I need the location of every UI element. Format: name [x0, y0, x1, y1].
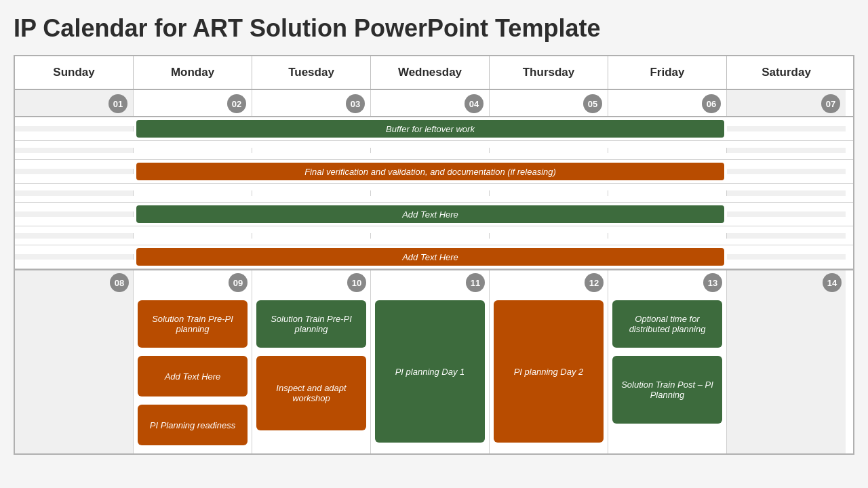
solution-train-post-card: Solution Train Post – PI Planning	[612, 356, 722, 424]
empty-sun-3	[15, 211, 134, 217]
week2-monday: 09 Solution Train Pre-PI planning Add Te…	[134, 270, 252, 453]
spacer-row-2	[15, 184, 853, 203]
empty-sun-2	[15, 169, 134, 174]
optional-time-card: Optional time for distributed planning	[612, 300, 722, 348]
date-10: 10	[347, 273, 366, 292]
date-02: 02	[134, 90, 252, 116]
friday-cards: Optional time for distributed planning S…	[612, 274, 722, 428]
empty-sat-3	[727, 211, 846, 217]
spacer-row-1	[15, 141, 853, 160]
date-07: 07	[727, 90, 846, 116]
header-sunday: Sunday	[15, 56, 134, 89]
calendar-header: Sunday Monday Tuesday Wednesday Thursday…	[15, 56, 853, 90]
header-saturday: Saturday	[727, 56, 846, 89]
wednesday-cards: PI planning Day 1	[375, 274, 485, 447]
date-08: 08	[110, 273, 129, 292]
final-verification-bar: Final verification and validation, and d…	[136, 163, 724, 180]
pi-day1-card: PI planning Day 1	[375, 300, 485, 443]
week2-section: 08 09 Solution Train Pre-PI planning Add…	[15, 269, 853, 453]
header-tuesday: Tuesday	[252, 56, 371, 89]
add-text-1-row: Add Text Here	[15, 203, 853, 226]
add-text-2-row: Add Text Here	[15, 245, 853, 269]
empty-sun-4	[15, 254, 134, 260]
date-12: 12	[585, 273, 604, 292]
add-text-1-bar: Add Text Here	[136, 205, 724, 223]
solution-train-1-card: Solution Train Pre-PI planning	[138, 300, 248, 348]
week2-tuesday: 10 Solution Train Pre-PI planning Inspec…	[252, 270, 371, 453]
buffer-event-span: Buffer for leftover work	[134, 117, 727, 140]
date-01: 01	[15, 90, 134, 116]
page-title: IP Calendar for ART Solution PowerPoint …	[14, 14, 854, 43]
date-14: 14	[823, 273, 842, 292]
header-thursday: Thursday	[490, 56, 608, 89]
date-04: 04	[371, 90, 490, 116]
date-09: 09	[229, 273, 248, 292]
final-verification-row: Final verification and validation, and d…	[15, 160, 853, 184]
calendar: Sunday Monday Tuesday Wednesday Thursday…	[14, 55, 854, 455]
header-monday: Monday	[134, 56, 252, 89]
pi-planning-readiness-card: PI Planning readiness	[138, 405, 248, 445]
add-text-1-span: Add Text Here	[134, 203, 727, 226]
empty-sat-1	[727, 126, 846, 131]
spacer-row-3	[15, 226, 853, 245]
week1-date-row: 01 02 03 04 05 06 07	[15, 90, 853, 117]
week2-friday: 13 Optional time for distributed plannin…	[608, 270, 727, 453]
pi-day2-card: PI planning Day 2	[494, 300, 604, 443]
buffer-event-bar: Buffer for leftover work	[136, 120, 724, 138]
date-13: 13	[703, 273, 722, 292]
date-03: 03	[252, 90, 371, 116]
date-11: 11	[466, 273, 485, 292]
empty-sun-1	[15, 126, 134, 131]
monday-cards: Solution Train Pre-PI planning Add Text …	[138, 274, 248, 449]
header-friday: Friday	[608, 56, 727, 89]
date-06: 06	[608, 90, 727, 116]
tuesday-cards: Solution Train Pre-PI planning Inspect a…	[256, 274, 366, 434]
add-text-2-span: Add Text Here	[134, 245, 727, 268]
add-text-2-bar: Add Text Here	[136, 248, 724, 266]
week2-saturday: 14	[727, 270, 846, 453]
add-text-here-card: Add Text Here	[138, 356, 248, 396]
final-verification-span: Final verification and validation, and d…	[134, 160, 727, 183]
solution-train-2-card: Solution Train Pre-PI planning	[256, 300, 366, 348]
header-wednesday: Wednesday	[371, 56, 490, 89]
buffer-row: Buffer for leftover work	[15, 117, 853, 141]
date-05: 05	[490, 90, 608, 116]
week2-wednesday: 11 PI planning Day 1	[371, 270, 490, 453]
thursday-cards: PI planning Day 2	[494, 274, 604, 447]
empty-sat-4	[727, 254, 846, 260]
week2-sunday: 08	[15, 270, 134, 453]
empty-sat-2	[727, 169, 846, 174]
inspect-adapt-card: Inspect and adapt workshop	[256, 356, 366, 430]
week2-thursday: 12 PI planning Day 2	[490, 270, 608, 453]
